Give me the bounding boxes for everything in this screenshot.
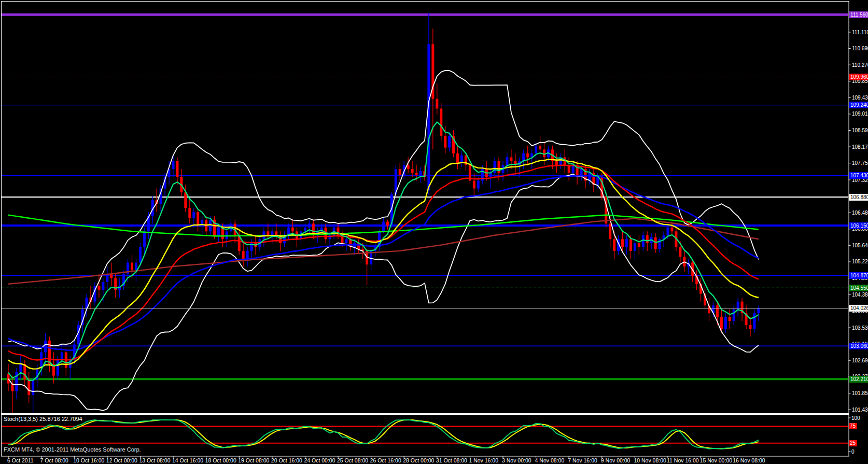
candle-body-down <box>629 239 632 251</box>
candle-body-up <box>44 341 47 353</box>
candle-body-down <box>526 153 529 158</box>
time-tick-label: 3 Nov 00:00 <box>502 457 531 463</box>
bollinger-lower-line <box>8 174 759 411</box>
price-tick-label: 111.110 <box>852 29 868 36</box>
candle-body-up <box>448 136 451 148</box>
candle-body-up <box>102 282 104 290</box>
price-level-badge: 111.560 <box>849 11 868 18</box>
candle-body-down <box>654 237 657 249</box>
candle-body-up <box>427 44 430 190</box>
price-tick-label: 101.850 <box>852 390 868 397</box>
stoch-level-badge: 75 <box>849 423 857 429</box>
candle-body-up <box>226 231 228 239</box>
price-tick-label: 101.430 <box>852 406 868 413</box>
candle-body-up <box>143 231 146 247</box>
candle-body-down <box>539 146 541 150</box>
price-tick-label: 102.690 <box>852 357 868 364</box>
candle-body-up <box>634 243 636 251</box>
candle-body-up <box>506 157 508 165</box>
time-tick-label: 16 Nov 08:00 <box>733 457 765 463</box>
candle-body-down <box>110 274 113 278</box>
candle-body-down <box>399 169 401 175</box>
price-tick-label: 110.270 <box>852 62 868 68</box>
candle-body-up <box>753 313 755 329</box>
price-tick-label: 104.380 <box>852 291 868 298</box>
candle-body-up <box>32 379 34 395</box>
candle-body-up <box>345 239 347 243</box>
price-level-badge: 104.550 <box>849 285 868 291</box>
candle-body-up <box>535 146 537 153</box>
candle-body-up <box>494 161 496 173</box>
time-tick-label: 13 Oct 08:00 <box>139 457 170 463</box>
candle-body-up <box>271 231 273 235</box>
time-tick-label: 20 Oct 16:00 <box>271 457 302 463</box>
time-tick-label: 4 Nov 08:00 <box>535 457 565 463</box>
mt4-chart-window: 111.110110.690110.270109.850109.430109.0… <box>0 0 868 464</box>
candle-body-down <box>638 243 640 247</box>
candle-body-up <box>588 173 591 180</box>
price-level-badge: 102.210 <box>849 376 868 383</box>
candle-body-down <box>729 317 731 321</box>
candle-body-up <box>667 228 669 235</box>
candle-body-up <box>724 317 727 329</box>
candle-body-down <box>510 157 512 161</box>
candle-body-down <box>291 228 294 232</box>
price-level-badge: 104.870 <box>849 272 868 279</box>
time-tick-label: 7 Nov 16:00 <box>568 457 597 463</box>
candle-body-down <box>415 173 418 175</box>
candle-body-down <box>670 228 673 232</box>
candle-body-down <box>613 239 615 251</box>
price-tick-label: 107.750 <box>852 160 868 166</box>
candle-body-down <box>473 181 475 189</box>
candle-body-down <box>176 161 178 177</box>
time-tick-label: 11 Nov 16:00 <box>667 457 699 463</box>
price-level-badge: 107.430 <box>849 172 868 179</box>
candle-body-up <box>477 181 480 189</box>
candle-body-up <box>304 228 306 232</box>
candle-body-up <box>19 364 22 372</box>
price-tick-label: 108.590 <box>852 127 868 134</box>
candle-body-down <box>716 305 719 317</box>
ma-slower-blue-line <box>8 176 759 350</box>
chart-canvas[interactable] <box>0 0 868 464</box>
time-tick-label: 9 Nov 00:00 <box>601 457 631 463</box>
candle-body-up <box>419 171 422 175</box>
candle-body-down <box>197 212 199 226</box>
time-tick-label: 10 Nov 08:00 <box>634 457 666 463</box>
candle-body-down <box>444 136 446 148</box>
candle-body-down <box>498 161 500 173</box>
price-tick-label: 110.690 <box>852 45 868 52</box>
candle-body-down <box>411 169 414 173</box>
price-tick-label: 109.010 <box>852 110 868 117</box>
time-tick-label: 14 Oct 16:00 <box>172 457 203 463</box>
candle-body-up <box>106 274 108 282</box>
price-tick-label: 106.480 <box>852 209 868 216</box>
candle-body-down <box>386 222 389 226</box>
candle-body-down <box>456 153 459 163</box>
candle-body-down <box>97 286 100 290</box>
bollinger-upper-line <box>8 71 759 349</box>
time-tick-label: 18 Oct 00:00 <box>205 457 236 463</box>
price-tick-label: 105.640 <box>852 242 868 249</box>
time-tick-label: 24 Oct 00:00 <box>304 457 335 463</box>
candle-body-down <box>646 235 649 243</box>
price-level-badge: 109.240 <box>849 102 868 108</box>
candle-body-down <box>749 325 752 329</box>
stoch-scale-top-label: 100 <box>851 415 860 421</box>
price-level-badge: 109.960 <box>849 74 868 80</box>
current-price-badge: 104.026 <box>849 305 868 312</box>
candle-body-up <box>246 251 249 259</box>
candle-body-down <box>609 223 611 239</box>
stoch-indicator-label: Stoch(13,3,5) 25.8716 22.7094 <box>4 416 82 422</box>
stoch-signal-line <box>8 420 759 448</box>
candle-body-down <box>7 374 10 384</box>
price-tick-label: 103.530 <box>852 325 868 331</box>
candle-body-up <box>642 235 645 247</box>
candle-body-up <box>209 220 212 232</box>
candle-body-down <box>679 247 681 257</box>
candle-body-up <box>217 228 220 235</box>
candle-body-down <box>131 262 133 270</box>
time-tick-label: 12 Oct 00:00 <box>106 457 137 463</box>
time-tick-label: 6 Oct 2011 <box>7 457 34 463</box>
time-tick-label: 26 Oct 16:00 <box>370 457 401 463</box>
